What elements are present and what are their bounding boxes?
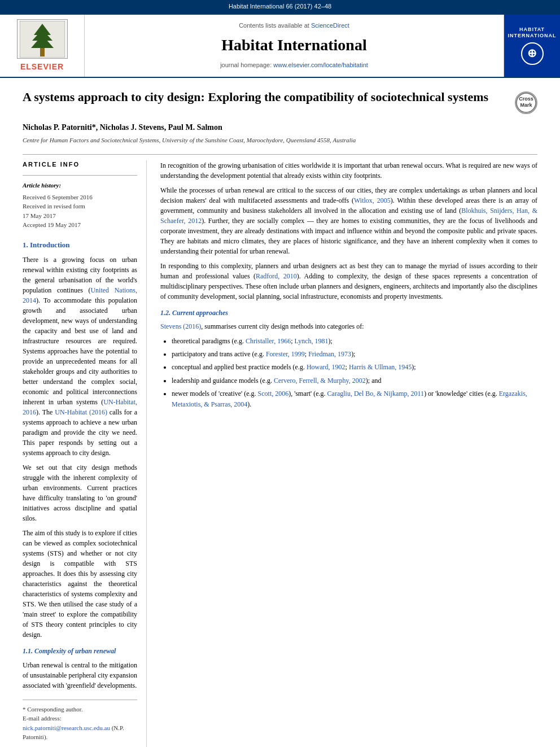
- main-content: A systems approach to city design: Explo…: [0, 78, 560, 747]
- article-title-text: A systems approach to city design: Explo…: [23, 89, 504, 106]
- received-date: Received 6 September 2016: [23, 193, 137, 202]
- author-email[interactable]: nick.patorniti@research.usc.edu.au: [23, 724, 110, 731]
- right-column: In recognition of the growing urbanisati…: [160, 160, 537, 747]
- intro-paragraph-1: There is a growing focus on urban renewa…: [23, 255, 137, 458]
- link-stevens[interactable]: Stevens (2016): [160, 322, 201, 330]
- homepage-label: journal homepage:: [220, 62, 272, 68]
- link-witlox[interactable]: Witlox, 2005: [354, 196, 391, 204]
- habitat-badge: HABITAT INTERNATIONAL ⊕: [508, 27, 557, 65]
- article-info-heading: ARTICLE INFO: [23, 160, 137, 169]
- bullet-item-2: participatory and trans active (e.g. For…: [172, 349, 537, 360]
- right-paragraph-2: While the processes of urban renewal are…: [160, 185, 537, 256]
- contents-label: Contents lists available at: [239, 22, 309, 29]
- article-title-section: A systems approach to city design: Explo…: [23, 89, 537, 114]
- link-unhabitat-2016b[interactable]: UN-Habitat (2016): [55, 408, 107, 416]
- authors-text: Nicholas P. Patorniti*, Nicholas J. Stev…: [23, 123, 222, 132]
- homepage-url[interactable]: www.elsevier.com/locate/habitatint: [273, 62, 368, 68]
- journal-title: Habitat International: [221, 34, 366, 57]
- link-forester[interactable]: Forester, 1999: [266, 350, 305, 358]
- footnote-email-line: E-mail address: nick.patorniti@research.…: [23, 714, 137, 742]
- link-christaller[interactable]: Christaller, 1966: [246, 337, 291, 345]
- elsevier-logo: ELSEVIER: [17, 19, 68, 72]
- journal-citation: Habitat International 66 (2017) 42–48: [229, 3, 331, 10]
- elsevier-logo-section: ELSEVIER: [0, 15, 85, 77]
- link-un2014[interactable]: United Nations, 2014: [23, 286, 137, 304]
- right-paragraph-3: In responding to this complexity, planne…: [160, 261, 537, 302]
- subsection12-heading: 1.2. Current approaches: [160, 308, 537, 318]
- elsevier-tree-svg: [20, 21, 65, 58]
- footnote-section: * Corresponding author. E-mail address: …: [23, 700, 137, 742]
- link-friedman[interactable]: Friedman, 1973: [308, 350, 351, 358]
- bullet-item-5: newer models of 'creative' (e.g. Scott, …: [172, 388, 537, 410]
- article-body: ARTICLE INFO Article history: Received 6…: [23, 160, 537, 747]
- crossmark-svg: Cross Mark: [516, 93, 536, 113]
- sciencedirect-link[interactable]: ScienceDirect: [311, 22, 349, 29]
- journal-title-section: Contents lists available at ScienceDirec…: [85, 15, 504, 77]
- footnote-star: * Corresponding author.: [23, 705, 137, 714]
- article-info-column: ARTICLE INFO Article history: Received 6…: [23, 160, 147, 747]
- svg-text:Mark: Mark: [520, 102, 532, 108]
- journal-homepage-line: journal homepage: www.elsevier.com/locat…: [220, 61, 368, 70]
- journal-header: ELSEVIER Contents lists available at Sci…: [0, 14, 560, 78]
- history-label: Article history:: [23, 181, 137, 190]
- journal-citation-bar: Habitat International 66 (2017) 42–48: [0, 0, 560, 14]
- crossmark-logo: Cross Mark: [515, 91, 537, 114]
- link-cervero[interactable]: Cervero, Ferrell, & Murphy, 2002: [274, 377, 366, 385]
- bullet-item-4: leadership and guidance models (e.g. Cer…: [172, 375, 537, 386]
- authors-line: Nicholas P. Patorniti*, Nicholas J. Stev…: [23, 122, 537, 133]
- link-blokhuis[interactable]: Blokhuis, Snijders, Han, & Schaefer, 201…: [160, 207, 537, 225]
- link-lynch[interactable]: Lynch, 1981: [294, 337, 328, 345]
- section-divider: [23, 154, 537, 155]
- info-divider: [23, 175, 137, 176]
- elsevier-wordmark: ELSEVIER: [20, 61, 64, 72]
- revised-date: 17 May 2017: [23, 211, 137, 221]
- contents-available-line: Contents lists available at ScienceDirec…: [239, 21, 349, 30]
- right-paragraph-1: In recognition of the growing urbanisati…: [160, 160, 537, 181]
- habitat-globe-icon: ⊕: [521, 42, 544, 65]
- link-caragliu[interactable]: Caragliu, Del Bo, & Nijkamp, 2011: [327, 390, 425, 397]
- subsection1-heading: 1.1. Complexity of urban renewal: [23, 646, 137, 656]
- habitat-badge-title: HABITAT INTERNATIONAL: [508, 27, 557, 39]
- intro-paragraph-2: We set out that city design methods stru…: [23, 462, 137, 523]
- subsection1-paragraph: Urban renewal is central to the mitigati…: [23, 660, 137, 691]
- intro-paragraph-3: The aim of this study is to explore if c…: [23, 528, 137, 640]
- intro-heading: 1. Introduction: [23, 240, 137, 251]
- affiliation-text: Centre for Human Factors and Sociotechni…: [23, 136, 537, 145]
- right-paragraph-4: Stevens (2016), summarises current city …: [160, 321, 537, 331]
- link-scott[interactable]: Scott, 2006: [258, 390, 289, 397]
- bullet-item-3: conceptual and applied best practice mod…: [172, 362, 537, 373]
- revised-label: Received in revised form: [23, 202, 137, 211]
- link-harris[interactable]: Harris & Ullman, 1945: [349, 363, 412, 371]
- elsevier-tree-image: [17, 19, 68, 59]
- svg-text:Cross: Cross: [519, 96, 533, 102]
- categories-list: theoretical paradigms (e.g. Christaller,…: [172, 336, 537, 410]
- link-howard[interactable]: Howard, 1902: [307, 363, 345, 371]
- accepted-date: Accepted 19 May 2017: [23, 220, 137, 230]
- bullet-item-1: theoretical paradigms (e.g. Christaller,…: [172, 336, 537, 347]
- email-label: E-mail address:: [23, 715, 62, 722]
- link-radford[interactable]: Radford, 2010: [256, 272, 297, 280]
- habitat-badge-section: HABITAT INTERNATIONAL ⊕: [504, 15, 560, 77]
